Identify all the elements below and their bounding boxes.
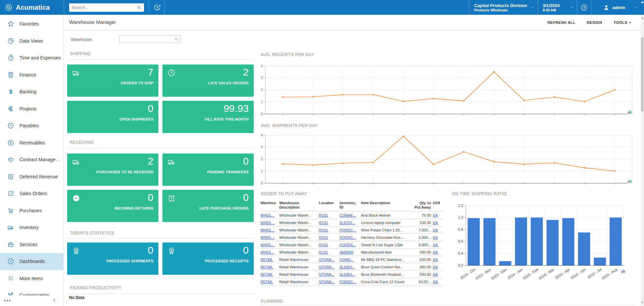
scroll-down-icon[interactable]: ▼ [641,301,644,304]
link-location[interactable]: R1S1 [319,228,328,232]
bar-2023-dec[interactable] [499,261,511,265]
link-uom[interactable]: EA [433,228,438,232]
link-warehouse[interactable]: WHOL... [260,213,275,217]
sidebar-item-projects[interactable]: Projects [0,100,63,118]
link-inventory-id[interactable]: FOODC... [340,228,356,232]
column-header-uom[interactable]: UOM [433,200,443,212]
tile-processed-shipments[interactable]: 0PROCESSED SHIPMENTS [67,243,158,275]
sidebar-item-favorites[interactable]: Favorites [0,15,63,33]
sidebar-item-deferred-revenue[interactable]: $Deferred Revenue [0,168,63,185]
link-warehouse[interactable]: RETAIL [260,265,273,269]
search-input[interactable] [71,5,137,10]
link-inventory-id[interactable]: CONHE... [340,213,356,217]
link-inventory-id[interactable]: ELEBO... [340,272,355,276]
chart-menu-icon[interactable] [627,110,632,114]
column-header-location[interactable]: Location [319,200,340,212]
link-uom[interactable]: EA [433,235,438,239]
bar-2024-aug[interactable] [610,218,622,265]
sidebar-item-contract-management[interactable]: Contract Management [0,151,63,168]
sidebar-item-receivables[interactable]: Receivables [0,134,63,151]
link-warehouse[interactable]: WHOL... [260,228,275,232]
scrollbar[interactable]: ▲ ▼ [641,15,644,306]
bar-2024-jan[interactable] [515,218,527,265]
link-warehouse[interactable]: WHOL... [260,250,275,254]
link-warehouse[interactable]: RETAIL [260,258,273,262]
column-header-warehouse-description[interactable]: Warehouse Description [279,200,319,212]
tile-processed-receipts[interactable]: 0PROCESSED RECEIPTS [162,243,254,275]
sidebar-item-data-views[interactable]: Data Views [0,33,63,50]
bar-2024-apr[interactable] [562,218,575,265]
user-menu[interactable]: admin [591,0,641,15]
magnifier-icon[interactable] [174,37,179,42]
column-header-qty-to-put-away[interactable]: Qty. to Put Away [413,200,433,212]
sidebar-item-purchases[interactable]: Purchases [0,202,63,219]
chevron-left-icon[interactable] [51,297,57,303]
link-location[interactable]: STORA... [319,272,335,276]
chart-menu-icon[interactable] [621,269,626,273]
link-inventory-id[interactable]: CONG... [340,258,354,262]
link-warehouse[interactable]: WHOL... [260,221,275,225]
scrollbar-thumb[interactable] [641,37,644,112]
link-location[interactable]: R1S1 [319,213,328,217]
bar-2024-mar[interactable] [547,220,559,265]
scroll-up-icon[interactable]: ▲ [641,17,644,19]
link-warehouse[interactable]: WHOL... [260,243,275,247]
bar-2024-feb[interactable] [531,218,543,265]
link-location[interactable]: STORA... [319,280,335,284]
magnifier-icon[interactable] [137,5,142,10]
link-inventory-id[interactable]: ELECO... [340,221,355,225]
link-warehouse[interactable]: RETAIL [260,280,273,284]
tile-fill-rate-this-month[interactable]: 99.93FILL RATE THIS MONTH [162,101,254,133]
column-header-item-description[interactable]: Item Description [361,200,413,212]
link-inventory-id[interactable]: FOODC... [340,235,356,239]
tile-open-shipments[interactable]: 0OPEN SHIPMENTS [67,101,158,133]
sidebar-item-sales-orders[interactable]: Sales Orders [0,185,63,202]
link-location[interactable]: R1S1 [319,243,328,247]
tile-incoming-returns[interactable]: 0INCOMING RETURNS [67,190,158,222]
link-uom[interactable]: EA [433,221,438,225]
link-uom[interactable]: EA [433,258,438,262]
link-warehouse[interactable]: RETAIL [260,272,273,276]
column-header-warehouse[interactable]: Warehouse [260,200,279,212]
sidebar-item-customization[interactable]: Customization [0,287,63,296]
sidebar-item-inventory[interactable]: Inventory [0,219,63,236]
tile-orders-to-ship[interactable]: 7ORDERS TO SHIP [67,64,158,97]
link-uom[interactable]: EA [433,265,438,269]
business-date-button[interactable] [153,3,162,12]
link-warehouse[interactable]: WHOL... [260,235,275,239]
bar-2024-jul[interactable] [594,258,606,265]
tile-late-purchase-orders[interactable]: 0LATE PURCHASE ORDERS [162,190,254,222]
help-button[interactable]: ? [577,0,591,15]
link-location[interactable]: R1S1 [319,235,328,239]
sidebar-item-more-items[interactable]: More Items [0,270,63,287]
sidebar-item-banking[interactable]: $Banking [0,83,63,100]
link-inventory-id[interactable]: FOODS... [340,243,356,247]
column-header-inventory-id[interactable]: Inventory ID [340,200,361,212]
tile-pending-transfers[interactable]: 0PENDING TRANSFERS [162,154,254,186]
warehouse-filter-input[interactable] [119,37,174,42]
sidebar-item-time-and-expenses[interactable]: Time and Expenses [0,49,63,67]
sidebar-item-services[interactable]: Services [0,236,63,253]
chart-menu-icon[interactable] [627,179,632,183]
design-button[interactable]: DESIGN [587,20,602,25]
link-uom[interactable]: EA [433,243,438,247]
link-uom[interactable]: EA [433,250,438,254]
sidebar-item-payables[interactable]: Payables [0,117,63,134]
bar-2023-nov[interactable] [484,218,496,265]
link-uom[interactable]: EA [433,272,438,276]
link-uom[interactable]: EA [433,280,438,284]
sidebar-item-dashboards[interactable]: Dashboards [0,253,63,270]
sidebar-item-finance[interactable]: Finance [0,67,63,84]
link-inventory-id[interactable]: ELEBO... [340,265,355,269]
company-branch-selector[interactable]: Capital Products Division Products Whole… [469,0,538,15]
tile-purchases-to-be-received[interactable]: 2PURCHASES TO BE RECEIVED [67,154,158,186]
link-location[interactable]: R1S1 [319,250,328,254]
link-inventory-id[interactable]: FOODC... [340,280,356,284]
tools-button[interactable]: TOOLS ▼ [613,20,631,25]
link-location[interactable]: R1S1 [319,221,328,225]
bar-2024-jun[interactable] [578,232,590,265]
link-location[interactable]: STORA... [319,258,335,262]
link-uom[interactable]: EA [433,213,438,217]
more-options-icon[interactable]: ••• [4,298,11,303]
scroll-up-icon[interactable] [641,1,644,3]
